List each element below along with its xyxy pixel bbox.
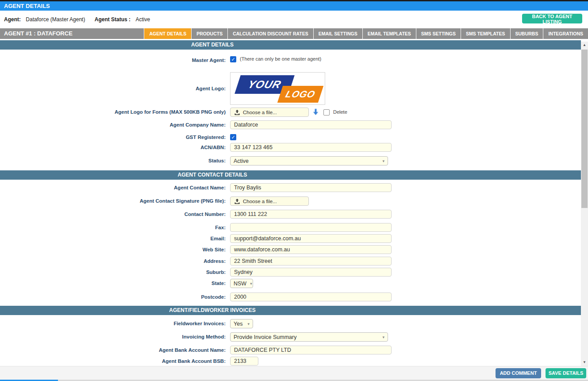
- web-site-row: Web Site:: [0, 245, 581, 254]
- postcode-row: Postcode:: [0, 292, 581, 301]
- email-input[interactable]: [230, 234, 392, 243]
- logo-delete-checkbox[interactable]: [323, 109, 330, 115]
- email-row: Email:: [0, 234, 581, 243]
- section-header-fieldworker-invoices: AGENT/FIELDWORKER INVOICES: [0, 306, 581, 315]
- agent-logo-forms-label: Agent Logo for Forms (MAX 500KB PNG only…: [0, 108, 230, 117]
- agent-tab-bar: AGENT #1 : DATAFORCE AGENT DETAILS PRODU…: [0, 28, 588, 39]
- gst-registered-checkbox[interactable]: ✓: [230, 134, 236, 140]
- tab-products[interactable]: PRODUCTS: [191, 28, 227, 39]
- scrollbar-up-arrow[interactable]: ▲: [581, 42, 588, 49]
- logo-forms-choose-file-button[interactable]: Choose a file...: [230, 108, 309, 117]
- bank-account-name-input[interactable]: [230, 346, 392, 354]
- state-row: State: NSW ▾: [0, 279, 581, 288]
- page-title-bar: AGENT DETAILS: [0, 1, 588, 11]
- logo-word-logo: LOGO: [277, 86, 323, 103]
- footer-action-bar: ADD COMMENT SAVE DETAILS: [0, 366, 588, 380]
- tab-suburbs[interactable]: SUBURBS: [510, 28, 543, 39]
- agent-name-value: Dataforce (Master Agent): [26, 16, 85, 23]
- suburb-label: Suburb:: [0, 268, 230, 277]
- bank-account-bsb-label: Agent Bank Account BSB:: [0, 357, 230, 366]
- back-to-agent-listing-button[interactable]: BACK TO AGENT LISTING: [522, 14, 582, 23]
- download-icon[interactable]: [312, 108, 319, 116]
- form-content: AGENT DETAILS Master Agent: ✓ (There can…: [0, 39, 581, 366]
- fieldworker-invoices-row: Fieldworker Invoices: Yes ▾: [0, 319, 581, 328]
- signature-choose-file-button[interactable]: Choose a file...: [230, 196, 309, 206]
- suburb-input[interactable]: [230, 268, 392, 277]
- tab-calculation-discount-rates[interactable]: CALCULATION DISCOUNT RATES: [227, 28, 313, 39]
- chevron-down-icon: ▾: [382, 159, 384, 163]
- agent-logo-row: Agent Logo: YOUR LOGO: [0, 72, 581, 105]
- status-select[interactable]: Active ▾: [230, 156, 388, 165]
- logo-delete-label: Delete: [333, 109, 347, 115]
- section-header-agent-contact-details: AGENT CONTACT DETAILS: [0, 170, 581, 180]
- state-select[interactable]: NSW ▾: [230, 279, 253, 288]
- master-agent-checkbox[interactable]: ✓: [230, 56, 236, 62]
- status-row: Status: Active ▾: [0, 156, 581, 165]
- invoicing-method-select[interactable]: Provide Invoice Summary ▾: [230, 332, 388, 342]
- agent-info-row: Agent: Dataforce (Master Agent) Agent St…: [0, 11, 588, 28]
- acn-abn-input[interactable]: [230, 143, 392, 152]
- tab-integrations[interactable]: INTEGRATIONS: [543, 28, 588, 39]
- page-title: AGENT DETAILS: [4, 3, 50, 9]
- add-comment-button[interactable]: ADD COMMENT: [496, 368, 541, 378]
- web-site-input[interactable]: [230, 245, 392, 254]
- agent-logo-label: Agent Logo:: [0, 72, 230, 105]
- company-name-input[interactable]: [230, 120, 392, 129]
- fax-row: Fax:: [0, 223, 581, 232]
- upload-icon: [234, 199, 240, 204]
- master-agent-label: Master Agent:: [0, 56, 230, 65]
- bank-account-name-label: Agent Bank Account Name:: [0, 346, 230, 354]
- tab-email-templates[interactable]: EMAIL TEMPLATES: [362, 28, 416, 39]
- agent-logo-preview: YOUR LOGO: [230, 72, 325, 105]
- fax-input[interactable]: [230, 223, 392, 232]
- acn-abn-row: ACN/ABN:: [0, 143, 581, 152]
- section-header-agent-details: AGENT DETAILS: [0, 40, 581, 50]
- contact-signature-row: Agent Contact Signature (PNG file): Choo…: [0, 196, 581, 206]
- tab-agent-details[interactable]: AGENT DETAILS: [144, 28, 191, 39]
- invoicing-method-row: Invoicing Method: Provide Invoice Summar…: [0, 332, 581, 342]
- fieldworker-invoices-select[interactable]: Yes ▾: [230, 319, 253, 328]
- agent-logo-forms-row: Agent Logo for Forms (MAX 500KB PNG only…: [0, 108, 581, 117]
- scrollbar-down-arrow[interactable]: ▼: [581, 359, 588, 366]
- web-site-label: Web Site:: [0, 245, 230, 254]
- contact-number-label: Contact Number:: [0, 210, 230, 219]
- email-label: Email:: [0, 234, 230, 243]
- gst-registered-row: GST Registered: ✓: [0, 134, 581, 140]
- contact-name-label: Agent Contact Name:: [0, 183, 230, 192]
- address-row: Address:: [0, 257, 581, 266]
- company-name-row: Agent Company Name:: [0, 120, 581, 129]
- contact-number-input[interactable]: [230, 210, 392, 219]
- contact-signature-label: Agent Contact Signature (PNG file):: [0, 196, 230, 206]
- agent-status-label: Agent Status :: [95, 16, 131, 23]
- tab-sms-templates[interactable]: SMS TEMPLATES: [461, 28, 510, 39]
- postcode-label: Postcode:: [0, 292, 230, 301]
- suburb-row: Suburb:: [0, 268, 581, 277]
- scrollbar-thumb[interactable]: [581, 50, 588, 208]
- chevron-down-icon: ▾: [247, 322, 250, 326]
- upload-icon: [234, 110, 240, 115]
- agent-status-value: Active: [135, 16, 150, 23]
- agent-number-title: AGENT #1 : DATAFORCE: [0, 28, 144, 39]
- chevron-down-icon: ▾: [250, 281, 252, 286]
- state-label: State:: [0, 279, 230, 288]
- acn-abn-label: ACN/ABN:: [0, 143, 230, 152]
- master-agent-note: (There can only be one master agent): [240, 56, 321, 62]
- address-label: Address:: [0, 257, 230, 266]
- contact-name-input[interactable]: [230, 183, 392, 192]
- vertical-scrollbar[interactable]: ▲ ▼: [581, 42, 588, 366]
- bank-account-bsb-row: Agent Bank Account BSB:: [0, 357, 581, 366]
- company-name-label: Agent Company Name:: [0, 120, 230, 129]
- chevron-down-icon: ▾: [382, 335, 384, 339]
- fax-label: Fax:: [0, 223, 230, 232]
- save-details-button[interactable]: SAVE DETAILS: [546, 368, 586, 378]
- gst-registered-label: GST Registered:: [0, 134, 230, 140]
- tab-email-settings[interactable]: EMAIL SETTINGS: [313, 28, 362, 39]
- bank-account-name-row: Agent Bank Account Name:: [0, 346, 581, 354]
- bank-account-bsb-input[interactable]: [230, 357, 258, 366]
- fieldworker-invoices-label: Fieldworker Invoices:: [0, 319, 230, 328]
- contact-name-row: Agent Contact Name:: [0, 183, 581, 192]
- postcode-input[interactable]: [230, 292, 392, 301]
- tab-sms-settings[interactable]: SMS SETTINGS: [416, 28, 461, 39]
- address-input[interactable]: [230, 257, 392, 266]
- status-label: Status:: [0, 156, 230, 165]
